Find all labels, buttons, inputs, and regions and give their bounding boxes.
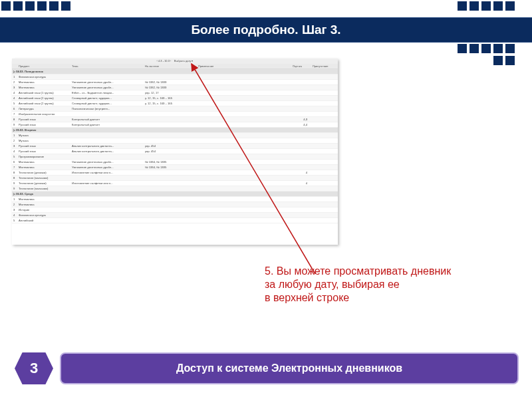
deco-square: [458, 44, 467, 53]
col-extra: Примечание: [197, 64, 291, 69]
lesson-row: 2Математика: [12, 202, 338, 207]
lesson-row: 2МатематикаУмножение десятичных дробе...…: [12, 80, 338, 85]
diary-screenshot: ‹ 4.3 - 10.3 › Выбрать дату ▾ Предмет Те…: [12, 59, 338, 245]
annotation-text: 5. Вы можете просматривать дневник за лю…: [265, 265, 511, 305]
lesson-row: 4Английский язык (2 группа)Словарный дик…: [12, 96, 338, 101]
lesson-row: 8Технология (девочки)Изготовление салфет…: [12, 170, 338, 176]
lesson-row: 9Русский языкКонтрольный диктант4,4: [12, 122, 338, 128]
lesson-row: 3История: [12, 207, 338, 213]
lesson-row: 3МатематикаУмножение десятичных дробе...…: [12, 85, 338, 90]
col-topic: Тема: [70, 64, 144, 69]
deco-square: [493, 1, 503, 11]
col-mark: Оценка: [291, 64, 311, 69]
day-header-row: ▷ 05.03. Вторник: [12, 128, 338, 133]
lesson-row: 2Музыка: [12, 138, 338, 144]
deco-square: [37, 1, 47, 11]
day-header-row: ▷ 06.03. Среда: [12, 192, 338, 197]
lesson-row: 4Физическая культура: [12, 213, 338, 218]
deco-square: [25, 1, 35, 11]
lesson-row: 8Русский языкКонтрольный диктант4,3: [12, 117, 338, 122]
date-range[interactable]: ‹ 4.3 - 10.3 ›: [157, 59, 172, 63]
lesson-row: 6МатематикаУмножение десятичных дробе...…: [12, 160, 338, 165]
annotation-line: в верхней строке: [265, 292, 349, 303]
deco-square: [505, 44, 515, 53]
lesson-row: 4Английский язык (1 группа)Either... or.…: [12, 90, 338, 96]
day-header-row: ▷ 04.03. Понедельник: [12, 69, 338, 74]
col-att: Присутствие: [311, 64, 338, 69]
header-row: Предмет Тема На занятие Примечание Оценк…: [12, 64, 338, 69]
deco-square: [505, 1, 515, 11]
lesson-row: 7МатематикаУмножение десятичных дробе...…: [12, 165, 338, 170]
diary-table: Предмет Тема На занятие Примечание Оценк…: [12, 64, 338, 223]
deco-square: [49, 1, 59, 11]
lesson-row: 6ЛитератураПсихологическая (внутренн...: [12, 106, 338, 112]
lesson-row: 1Музыка: [12, 133, 338, 138]
deco-square: [481, 44, 491, 53]
col-subject: Предмет: [17, 64, 70, 69]
deco-square: [505, 56, 515, 65]
lesson-row: 5Английский: [12, 218, 338, 223]
deco-square: [493, 44, 503, 53]
lesson-row: 3Русский языкАнализ контрольного диктант…: [12, 144, 338, 149]
slide-title: Более подробно. Шаг 3.: [0, 17, 532, 43]
lesson-row: 9Технология (девочки)Изготовление салфет…: [12, 181, 338, 186]
annotation-line: за любую дату, выбирая ее: [265, 279, 400, 290]
footer-bar: Доступ к системе Электронных дневников: [60, 352, 519, 384]
step-badge: 3: [15, 352, 53, 384]
date-selector-bar: ‹ 4.3 - 10.3 › Выбрать дату ▾: [12, 59, 338, 64]
deco-square: [13, 1, 23, 11]
deco-square: [1, 1, 11, 11]
deco-square: [469, 1, 479, 11]
date-picker[interactable]: Выбрать дату ▾: [174, 59, 194, 63]
deco-square: [493, 56, 503, 65]
annotation-line: 5. Вы можете просматривать дневник: [265, 265, 451, 277]
lesson-row: 5Английский язык (2 группа)Словарный дик…: [12, 101, 338, 106]
lesson-row: 7Изобразительное искусство: [12, 112, 338, 117]
lesson-row: 5Программирование: [12, 154, 338, 160]
lesson-row: 1Математика: [12, 197, 338, 202]
deco-square: [458, 1, 467, 11]
lesson-row: 9Технология (мальчики): [12, 186, 338, 192]
col-home: На занятие: [144, 64, 197, 69]
deco-square: [469, 44, 479, 53]
lesson-row: 1Физическая культура: [12, 74, 338, 80]
slide: Более подробно. Шаг 3. ‹ 4.3 - 10.3 › Вы…: [0, 0, 532, 399]
lesson-row: 4Русский языкАнализ контрольного диктант…: [12, 149, 338, 154]
deco-square: [61, 1, 70, 11]
lesson-row: 8Технология (мальчики): [12, 176, 338, 181]
deco-square: [481, 1, 491, 11]
